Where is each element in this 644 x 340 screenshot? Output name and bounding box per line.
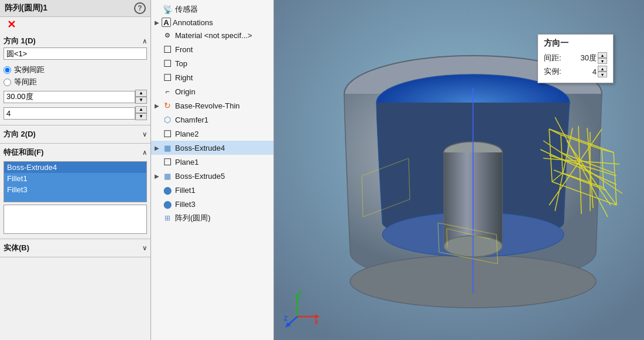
popup-box: 方向一 间距: 30度 ▲ ▼ 实例: 4 ▲ ▼	[537, 34, 614, 83]
features-empty-box	[4, 205, 147, 234]
popup-title: 方向一	[544, 38, 607, 49]
section2-header[interactable]: 方向 2(D) ∨	[4, 128, 147, 141]
tree-item-sensor[interactable]: 📡 传感器	[151, 2, 273, 16]
angle-spinner-buttons: ▲ ▼	[135, 90, 147, 104]
tree-item-front[interactable]: ☐ Front	[151, 42, 273, 56]
material-icon: ⚙	[162, 29, 173, 41]
tree-text-plane2: Plane2	[175, 130, 198, 138]
tree-item-fillet3[interactable]: ⬤ Fillet3	[151, 197, 273, 211]
popup-angle-value-row: 30度 ▲ ▼	[576, 52, 607, 64]
pattern-icon: ⊞	[162, 212, 173, 224]
tree-item-boss-extrude4[interactable]: ▶ ▦ Boss-Extrude4	[151, 141, 273, 155]
feature-item-boss[interactable]: Boss-Extrude4	[4, 162, 146, 173]
tree-text-origin: Origin	[175, 87, 196, 96]
tree-text-chamfer: Chamfer1	[175, 115, 208, 124]
tree-arrow-boss4: ▶	[155, 145, 162, 151]
section-direction2: 方向 2(D) ∨	[0, 125, 150, 144]
right-plane-icon: ☐	[162, 72, 173, 83]
count-input[interactable]	[4, 107, 135, 120]
tree-item-plane1[interactable]: ☐ Plane1	[151, 155, 273, 169]
count-down-button[interactable]: ▼	[135, 113, 147, 120]
tree-text-sensor: 传感器	[175, 4, 198, 15]
tree-item-revolve[interactable]: ▶ ↻ Base-Revolve-Thin	[151, 98, 273, 113]
tree-text-plane1: Plane1	[175, 158, 198, 166]
popup-count-down[interactable]: ▼	[598, 72, 607, 77]
tree-text-pattern: 阵列(圆周)	[175, 213, 211, 223]
popup-count-value-row: 4 ▲ ▼	[576, 66, 607, 77]
plane2-icon: ☐	[162, 128, 173, 140]
panel-title: 阵列(圆周)1	[5, 3, 47, 13]
plane1-icon: ☐	[162, 156, 173, 168]
section1-title: 方向 1(D)	[4, 36, 36, 46]
origin-icon: ⌐	[162, 86, 173, 97]
close-button[interactable]: ✕	[5, 18, 18, 32]
tree-arrow-annotations: ▶	[155, 19, 162, 26]
tree-text-annotations: Annotations	[173, 18, 213, 27]
3d-scene: 方向一 间距: 30度 ▲ ▼ 实例: 4 ▲ ▼	[274, 0, 644, 340]
popup-angle-value: 30度	[576, 53, 597, 63]
angle-down-button[interactable]: ▼	[135, 97, 147, 104]
tree-item-plane2[interactable]: ☐ Plane2	[151, 127, 273, 141]
top-plane-icon: ☐	[162, 57, 173, 69]
tree-text-revolve: Base-Revolve-Thin	[175, 101, 240, 110]
tree-text-front: Front	[175, 45, 193, 54]
tree-arrow-boss5: ▶	[155, 173, 162, 179]
popup-count-row: 实例: 4 ▲ ▼	[544, 66, 607, 77]
radio-instance-spacing[interactable]: 实例间距	[4, 64, 147, 75]
features-list[interactable]: Boss-Extrude4 Fillet1 Fillet3	[4, 161, 147, 202]
angle-spinner-row: ▲ ▼	[4, 90, 147, 104]
popup-count-label: 实例:	[544, 66, 561, 77]
tree-text-top: Top	[175, 59, 187, 68]
popup-angle-row: 间距: 30度 ▲ ▼	[544, 52, 607, 64]
tree-arrow-revolve: ▶	[155, 103, 162, 109]
section4-header[interactable]: 实体(B) ∨	[4, 242, 147, 254]
viewport[interactable]: 方向一 间距: 30度 ▲ ▼ 实例: 4 ▲ ▼	[274, 0, 644, 340]
count-up-button[interactable]: ▲	[135, 106, 147, 113]
section3-header[interactable]: 特征和面(F) ∧	[4, 146, 147, 159]
tree-text-boss5: Boss-Extrude5	[175, 172, 225, 181]
axis-indicator: Y X Z	[283, 290, 318, 325]
section4-title: 实体(B)	[4, 243, 29, 253]
section-features: 特征和面(F) ∧ Boss-Extrude4 Fillet1 Fillet3	[0, 144, 150, 239]
tree-item-origin[interactable]: ⌐ Origin	[151, 84, 273, 98]
tree-text-right: Right	[175, 73, 193, 82]
section4-chevron: ∨	[142, 244, 147, 252]
tree-item-material[interactable]: ⚙ Material <not specif...>	[151, 28, 273, 42]
svg-marker-47	[315, 314, 320, 319]
radio-instance-label: 实例间距	[14, 64, 44, 75]
tree-text-material: Material <not specif...>	[175, 31, 252, 40]
feature-item-fillet3[interactable]: Fillet3	[4, 184, 146, 195]
tree-text-boss4: Boss-Extrude4	[175, 144, 225, 152]
revolve-icon: ↻	[162, 100, 173, 111]
tree-item-boss-extrude5[interactable]: ▶ ▦ Boss-Extrude5	[151, 169, 273, 183]
tree-text-fillet1: Fillet1	[175, 186, 196, 195]
popup-count-value: 4	[576, 67, 597, 76]
tree-item-fillet1[interactable]: ⬤ Fillet1	[151, 183, 273, 197]
sensor-icon: 📡	[162, 4, 173, 15]
svg-text:X: X	[314, 319, 318, 325]
tree-item-annotations[interactable]: ▶ A Annotations	[151, 16, 273, 28]
radio-equal-label: 等间距	[14, 77, 37, 87]
feature-item-fillet1[interactable]: Fillet1	[4, 173, 146, 184]
axis-svg: Y X Z	[283, 290, 321, 328]
tree-item-top[interactable]: ☐ Top	[151, 56, 273, 70]
popup-count-spinner: ▲ ▼	[598, 66, 607, 77]
popup-angle-down[interactable]: ▼	[598, 58, 607, 64]
popup-count-up[interactable]: ▲	[598, 66, 607, 72]
radio-equal-spacing[interactable]: 等间距	[4, 77, 147, 87]
tree-item-chamfer[interactable]: ⬡ Chamfer1	[151, 113, 273, 127]
help-icon[interactable]: ?	[134, 2, 146, 14]
section1-chevron: ∧	[142, 38, 147, 45]
count-spinner-row: ▲ ▼	[4, 106, 147, 120]
tree-panel: 📡 传感器 ▶ A Annotations ⚙ Material <not sp…	[151, 0, 274, 340]
angle-input[interactable]	[4, 91, 135, 103]
annotations-icon: A	[162, 18, 171, 27]
direction1-input[interactable]	[4, 47, 147, 60]
tree-item-circular-pattern[interactable]: ⊞ 阵列(圆周)	[151, 211, 273, 225]
count-spinner-buttons: ▲ ▼	[135, 106, 147, 120]
angle-up-button[interactable]: ▲	[135, 90, 147, 97]
tree-item-right[interactable]: ☐ Right	[151, 70, 273, 84]
section1-header[interactable]: 方向 1(D) ∧	[4, 35, 147, 47]
popup-angle-up[interactable]: ▲	[598, 52, 607, 58]
popup-angle-spinner: ▲ ▼	[598, 52, 607, 64]
